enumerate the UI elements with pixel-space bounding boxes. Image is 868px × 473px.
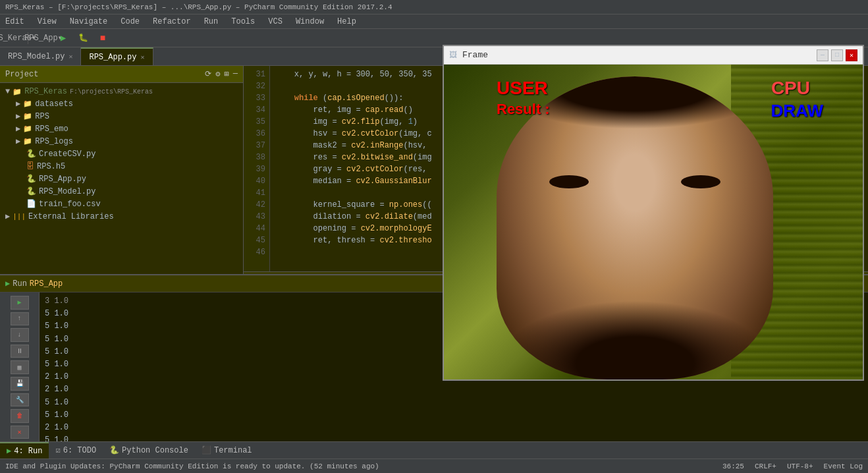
project-label: Project (5, 70, 38, 79)
tab-rps-model-close[interactable]: ✕ (68, 53, 72, 61)
terminal-icon: ⬛ (202, 445, 211, 455)
run-button[interactable]: ▶ (56, 31, 70, 45)
arrow-down-icon: ▼ (5, 87, 10, 96)
frame-minimize-btn[interactable]: — (817, 49, 828, 61)
frame-content: USER CPU Result : DRAW (444, 65, 863, 379)
line-num-31: 31 (248, 69, 265, 80)
rps-emo-arrow-icon: ▶ (16, 124, 20, 134)
tab-rps-app-label: RPS_App.py (89, 53, 136, 62)
sidebar: Project ⟳ ⚙ ⊞ — ▼ 📁 RPS_Keras F:\project… (0, 66, 244, 286)
todo-tab-label: 6: TODO (63, 446, 96, 455)
frame-close-btn[interactable]: ✕ (846, 49, 857, 61)
rps-folder-icon: 📁 (23, 112, 32, 121)
debug-button[interactable]: 🐛 (76, 31, 90, 45)
line-num-42: 42 (248, 199, 265, 211)
rps-h5-file-icon: 🗄 (26, 161, 34, 171)
output-row-9: 2 1.0 (45, 422, 863, 434)
status-event-log[interactable]: Event Log (824, 462, 863, 470)
menu-view[interactable]: View (35, 16, 59, 28)
rps-arrow-icon: ▶ (16, 111, 20, 121)
rps-app-file-icon: 🐍 (26, 174, 36, 184)
status-charset[interactable]: UTF-8+ (787, 462, 813, 470)
face-beard (497, 300, 773, 379)
tab-rps-app[interactable]: RPS_App.py ✕ (81, 47, 153, 65)
run-up-btn[interactable]: ↑ (11, 312, 29, 326)
tree-item-root[interactable]: ▼ 📁 RPS_Keras F:\projects\RPS_Keras (0, 86, 243, 97)
tab-python-console[interactable]: 🐍 Python Console (103, 442, 195, 459)
line-num-39: 39 (248, 163, 265, 175)
menu-window[interactable]: Window (293, 16, 327, 28)
title-text: RPS_Keras – [F:\projects\RPS_Keras] – ..… (5, 3, 393, 11)
menu-tools[interactable]: Tools (229, 16, 258, 28)
line-num-41: 41 (248, 187, 265, 199)
run-close-btn[interactable]: ✕ (11, 426, 29, 439)
tree-item-external-libs[interactable]: ▶ ||| External Libraries (0, 210, 243, 223)
menu-help[interactable]: Help (335, 16, 359, 28)
run-delete-btn[interactable]: 🗑 (11, 409, 29, 423)
tree-item-datasets[interactable]: ▶ 📁 datasets (11, 97, 243, 110)
python-console-icon: 🐍 (109, 445, 119, 455)
line-num-32: 32 (248, 80, 265, 92)
title-bar: RPS_Keras – [F:\projects\RPS_Keras] – ..… (0, 0, 868, 14)
collapse-icon[interactable]: — (233, 69, 238, 79)
stop-button[interactable]: ■ (95, 31, 110, 45)
run-save-btn[interactable]: 💾 (11, 377, 29, 391)
tree-item-rps-model[interactable]: 🐍 RPS_Model.py (11, 185, 243, 198)
expand-icon[interactable]: ⊞ (225, 69, 229, 79)
status-position[interactable]: 36:25 (722, 462, 744, 470)
bottom-tab-bar: ▶ 4: Run ☑ 6: TODO 🐍 Python Console ⬛ Te… (0, 441, 868, 459)
tab-terminal[interactable]: ⬛ Terminal (195, 442, 259, 459)
tree-item-rps-logs[interactable]: ▶ 📁 RPS_logs (11, 135, 243, 148)
run-tool-btn[interactable]: 🔧 (11, 393, 29, 407)
createcsv-file-icon: 🐍 (26, 149, 36, 159)
run-sidebar: ▶ ↑ ↓ ⏸ ▦ 💾 🔧 🗑 ✕ ? (0, 292, 40, 459)
arrow-right-icon: ▶ (16, 99, 20, 109)
status-encoding[interactable]: CRLF+ (755, 462, 776, 470)
tree-item-rps-emo[interactable]: ▶ 📁 RPS_emo (11, 123, 243, 135)
output-row-7: 5 1.0 (45, 397, 863, 409)
line-num-34: 34 (248, 104, 265, 116)
tab-rps-app-close[interactable]: ✕ (140, 53, 144, 61)
run-restart-btn[interactable]: ▶ (11, 296, 29, 310)
tree-item-rps-h5[interactable]: 🗄 RPS.h5 (11, 160, 243, 173)
menu-refactor[interactable]: Refactor (150, 16, 194, 28)
face-silhouette (497, 76, 773, 379)
tab-todo[interactable]: ☑ 6: TODO (49, 442, 103, 459)
menu-run[interactable]: Run (202, 16, 221, 28)
frame-maximize-btn[interactable]: □ (831, 49, 843, 61)
tree-createcsv-label: CreateCSV.py (39, 150, 95, 159)
ext-libs-folder-icon: ||| (13, 213, 26, 221)
menu-code[interactable]: Code (118, 16, 142, 28)
menu-vcs[interactable]: VCS (265, 16, 285, 28)
tab-rps-model[interactable]: RPS_Model.py ✕ (0, 47, 81, 65)
project-header: Project ⟳ ⚙ ⊞ — (0, 66, 243, 83)
tree-item-rps-app[interactable]: 🐍 RPS_App.py (11, 173, 243, 185)
frame-title: Frame (462, 50, 811, 60)
sync-icon[interactable]: ⟳ (205, 69, 211, 79)
gear-icon[interactable]: ⚙ (215, 69, 220, 79)
train-foo-file-icon: 📄 (26, 199, 36, 209)
rps-emo-folder-icon: 📁 (23, 125, 32, 133)
line-num-40: 40 (248, 175, 265, 187)
ext-libs-arrow-icon: ▶ (5, 211, 10, 221)
tree-item-rps[interactable]: ▶ 📁 RPS (11, 110, 243, 123)
run-down-btn[interactable]: ↓ (11, 328, 29, 342)
tree-rps-app-label: RPS_App.py (39, 175, 86, 184)
run-tab-icon: ▶ (7, 446, 11, 456)
run-pause-btn[interactable]: ⏸ (11, 345, 29, 358)
tree-rps-logs-label: RPS_logs (35, 137, 73, 146)
tree-item-createcsv[interactable]: 🐍 CreateCSV.py (11, 148, 243, 160)
tree-item-train-foo[interactable]: 📄 train_foo.csv (11, 198, 243, 210)
run-table-btn[interactable]: ▦ (11, 360, 29, 374)
tree-rps-h5-label: RPS.h5 (37, 162, 65, 171)
project-dropdown[interactable]: RPS_Keras ▾ (5, 31, 20, 45)
menu-navigate[interactable]: Navigate (67, 16, 111, 28)
run-config-dropdown[interactable]: RPS_App ▾ (36, 31, 51, 45)
rps-logs-arrow-icon: ▶ (16, 136, 20, 146)
menu-edit[interactable]: Edit (3, 16, 27, 28)
tab-run[interactable]: ▶ 4: Run (0, 442, 49, 459)
tree-rps-label: RPS (35, 112, 49, 121)
line-num-46: 46 (248, 246, 265, 258)
terminal-label: Terminal (214, 446, 252, 455)
tree-root-path: F:\projects\RPS_Keras (70, 88, 153, 96)
